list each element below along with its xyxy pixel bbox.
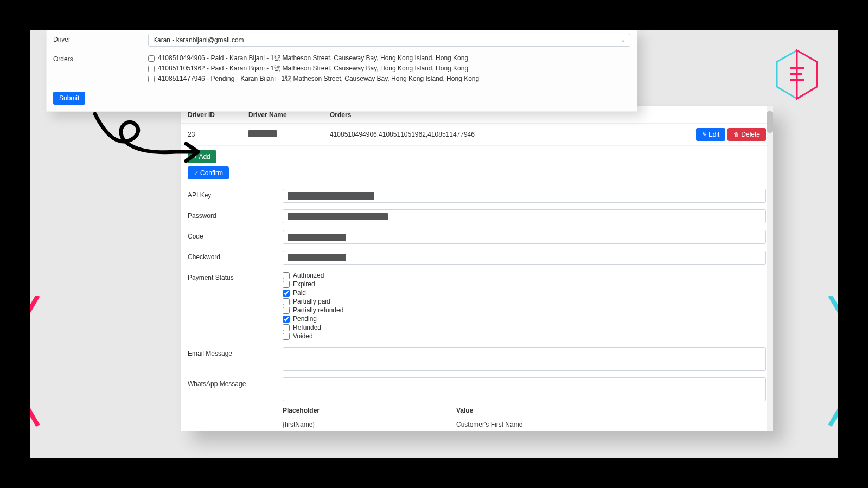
- chevron-down-icon: ⌄: [621, 36, 626, 43]
- scrollbar[interactable]: [767, 106, 773, 431]
- placeholder-table: Placeholder Value {firstName}Customer's …: [283, 403, 766, 431]
- order-checkbox[interactable]: [148, 66, 155, 72]
- scrollbar-thumb[interactable]: [767, 111, 773, 133]
- edit-icon: ✎: [702, 131, 707, 138]
- payment-status-label: Payment Status: [188, 271, 283, 281]
- delete-button[interactable]: 🗑Delete: [727, 128, 766, 141]
- checkword-input[interactable]: [283, 251, 766, 265]
- order-text: 4108511051962 - Paid - Karan Bijani - 1號…: [158, 64, 468, 73]
- api-key-label: API Key: [188, 189, 283, 199]
- payment-status-option: Authorized: [283, 271, 766, 280]
- driver-select[interactable]: Karan - karanbijani@gmail.com ⌄: [148, 34, 630, 47]
- payment-status-label-text: Expired: [293, 280, 315, 288]
- payment-status-label-text: Partially paid: [293, 298, 330, 305]
- order-item: 4108510494906 - Paid - Karan Bijani - 1號…: [148, 53, 630, 63]
- password-input[interactable]: [283, 209, 766, 223]
- order-checkbox[interactable]: [148, 55, 155, 62]
- payment-status-label-text: Authorized: [293, 272, 324, 279]
- submit-button[interactable]: Submit: [53, 92, 85, 105]
- orders-label: Orders: [53, 53, 148, 63]
- whatsapp-message-label: WhatsApp Message: [188, 377, 283, 388]
- payment-status-option: Expired: [283, 280, 766, 288]
- email-message-input[interactable]: [283, 347, 766, 371]
- order-item: 4108511051962 - Paid - Karan Bijani - 1號…: [148, 63, 630, 74]
- brand-logo: [775, 49, 819, 100]
- driver-select-value: Karan - karanbijani@gmail.com: [153, 36, 244, 44]
- payment-status-group: AuthorizedExpiredPaidPartially paidParti…: [283, 271, 766, 341]
- order-item: 4108511477946 - Pending - Karan Bijani -…: [148, 74, 630, 84]
- payment-status-label-text: Pending: [293, 315, 317, 323]
- payment-status-label-text: Paid: [293, 289, 306, 297]
- payment-status-checkbox[interactable]: [283, 298, 290, 305]
- col-orders: Orders: [330, 111, 766, 119]
- payment-status-checkbox[interactable]: [283, 272, 290, 279]
- configuration-panel: Driver ID Driver Name Orders 23 41085104…: [181, 106, 773, 431]
- arrow-annotation: [90, 106, 209, 176]
- payment-status-checkbox[interactable]: [283, 333, 290, 340]
- ph-header-placeholder: Placeholder: [283, 407, 456, 414]
- driver-label: Driver: [53, 34, 148, 43]
- password-label: Password: [188, 209, 283, 220]
- checkword-label: Checkword: [188, 251, 283, 261]
- payment-status-option: Paid: [283, 288, 766, 297]
- driver-assignment-panel: Driver Karan - karanbijani@gmail.com ⌄ O…: [46, 30, 637, 112]
- payment-status-checkbox[interactable]: [283, 290, 290, 297]
- payment-status-label-text: Partially refunded: [293, 306, 343, 314]
- code-input[interactable]: [283, 230, 766, 244]
- table-row: 23 4108510494906,4108511051962,410851147…: [181, 124, 773, 146]
- order-text: 4108511477946 - Pending - Karan Bijani -…: [158, 74, 479, 84]
- payment-status-option: Pending: [283, 314, 766, 323]
- edit-button[interactable]: ✎Edit: [696, 128, 726, 141]
- payment-status-label-text: Voided: [293, 332, 313, 340]
- payment-status-option: Refunded: [283, 323, 766, 332]
- ph-header-value: Value: [456, 407, 473, 414]
- placeholder-value: Customer's First Name: [456, 421, 522, 428]
- payment-status-option: Partially paid: [283, 297, 766, 306]
- trash-icon: 🗑: [733, 131, 739, 138]
- whatsapp-message-input[interactable]: [283, 377, 766, 401]
- orders-list: 4108510494906 - Paid - Karan Bijani - 1號…: [148, 53, 630, 84]
- payment-status-label-text: Refunded: [293, 324, 321, 331]
- placeholder-key: {firstName}: [283, 421, 456, 428]
- payment-status-checkbox[interactable]: [283, 307, 290, 314]
- col-driver-name: Driver Name: [248, 111, 330, 119]
- placeholder-row: {firstName}Customer's First Name: [283, 418, 766, 431]
- cell-orders: 4108510494906,4108511051962,410851147794…: [330, 131, 696, 138]
- order-text: 4108510494906 - Paid - Karan Bijani - 1號…: [158, 54, 468, 63]
- order-checkbox[interactable]: [148, 76, 155, 82]
- payment-status-option: Voided: [283, 332, 766, 341]
- email-message-label: Email Message: [188, 347, 283, 357]
- decoration-left: [30, 296, 138, 458]
- app-frame: Driver Karan - karanbijani@gmail.com ⌄ O…: [30, 30, 838, 458]
- code-label: Code: [188, 230, 283, 240]
- payment-status-checkbox[interactable]: [283, 316, 290, 323]
- payment-status-option: Partially refunded: [283, 306, 766, 314]
- payment-status-checkbox[interactable]: [283, 281, 290, 288]
- api-key-input[interactable]: [283, 189, 766, 203]
- cell-driver-name: [248, 130, 330, 139]
- payment-status-checkbox[interactable]: [283, 324, 290, 331]
